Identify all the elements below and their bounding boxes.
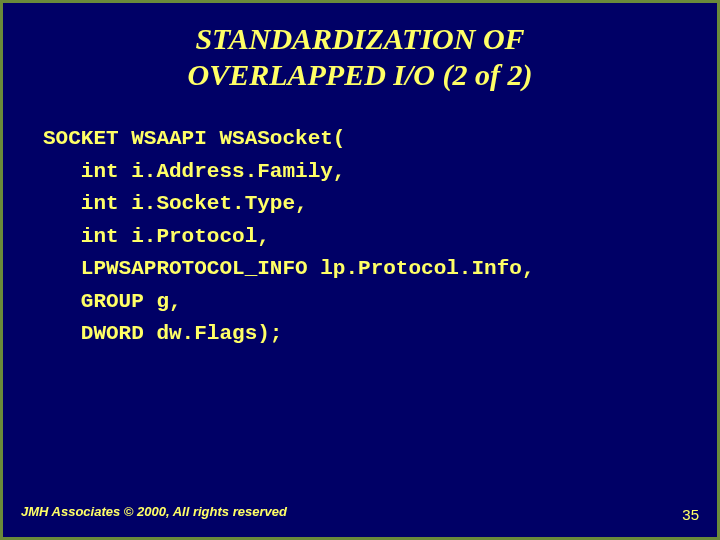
footer-copyright: JMH Associates © 2000, All rights reserv… bbox=[21, 504, 287, 519]
slide-title: STANDARDIZATION OF OVERLAPPED I/O (2 of … bbox=[63, 21, 657, 93]
title-line-1: STANDARDIZATION OF bbox=[195, 22, 524, 55]
code-line-6: GROUP g, bbox=[43, 290, 182, 313]
code-line-3: int i.Socket.Type, bbox=[43, 192, 308, 215]
title-line-2: OVERLAPPED I/O (2 of 2) bbox=[188, 58, 533, 91]
code-line-2: int i.Address.Family, bbox=[43, 160, 345, 183]
code-line-7: DWORD dw.Flags); bbox=[43, 322, 282, 345]
slide-number: 35 bbox=[682, 506, 699, 523]
code-line-4: int i.Protocol, bbox=[43, 225, 270, 248]
code-line-1: SOCKET WSAAPI WSASocket( bbox=[43, 127, 345, 150]
code-block: SOCKET WSAAPI WSASocket( int i.Address.F… bbox=[43, 123, 677, 351]
code-line-5: LPWSAPROTOCOL_INFO lp.Protocol.Info, bbox=[43, 257, 534, 280]
slide: STANDARDIZATION OF OVERLAPPED I/O (2 of … bbox=[0, 0, 720, 540]
